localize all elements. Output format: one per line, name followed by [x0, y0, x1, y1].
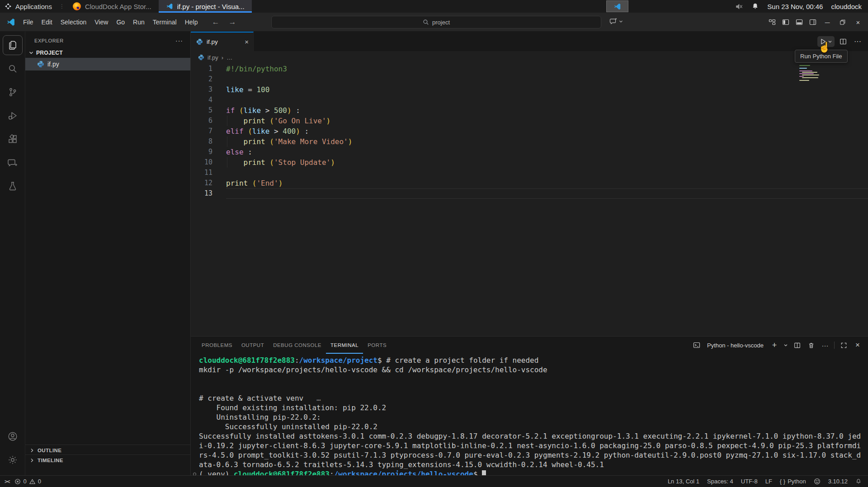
source-control-icon[interactable]	[3, 82, 23, 102]
chevron-right-icon	[29, 457, 35, 464]
status-left: >< 0 0	[0, 478, 41, 485]
search-sidebar-icon[interactable]	[3, 59, 23, 79]
terminal-icon	[693, 342, 700, 349]
editor-more-actions-icon[interactable]: ···	[852, 36, 863, 47]
file-item-ifpy[interactable]: if.py	[25, 58, 190, 70]
run-debug-icon[interactable]	[3, 106, 23, 126]
outline-section[interactable]: OUTLINE	[25, 445, 190, 455]
extensions-icon[interactable]	[3, 129, 23, 149]
chevron-down-icon[interactable]	[783, 343, 788, 347]
menu-selection[interactable]: Selection	[57, 16, 91, 28]
explorer-icon[interactable]	[3, 35, 23, 55]
tab-output[interactable]: OUTPUT	[237, 337, 269, 354]
close-panel-icon[interactable]: ×	[853, 340, 863, 350]
new-terminal-icon[interactable]: +	[769, 340, 779, 350]
menu-go[interactable]: Go	[112, 16, 129, 28]
vscode-icon	[613, 3, 621, 10]
code-line[interactable]: 11	[191, 168, 868, 178]
copilot-button[interactable]	[609, 17, 623, 25]
code-line[interactable]: 4	[191, 95, 868, 105]
python-interpreter-version[interactable]: 3.10.12	[828, 478, 848, 485]
timeline-section[interactable]: TIMELINE	[25, 454, 190, 465]
code-line[interactable]: 10 print ('Stop Update')	[191, 157, 868, 168]
taskbar-window-vscode[interactable]: if.py - project - Visua...	[159, 0, 252, 13]
menu-file[interactable]: File	[19, 16, 38, 28]
toggle-panel-icon[interactable]	[793, 16, 806, 28]
panel-more-actions-icon[interactable]: ···	[820, 340, 830, 350]
restore-button[interactable]	[835, 16, 850, 28]
account-icon[interactable]	[3, 426, 23, 446]
menu-terminal[interactable]: Terminal	[149, 16, 181, 28]
muted-volume-icon[interactable]	[735, 2, 743, 11]
applications-menu[interactable]: Applications	[0, 0, 58, 13]
problems-indicator[interactable]: 0 0	[14, 478, 41, 485]
tab-problems[interactable]: PROBLEMS	[197, 337, 237, 354]
code-editor[interactable]: 1#!/bin/python323like = 10045if (like > …	[191, 64, 868, 199]
firefox-icon	[73, 2, 81, 10]
project-folder-header[interactable]: PROJECT	[25, 48, 190, 58]
taskbar-pinned-vscode[interactable]	[606, 0, 628, 12]
code-line[interactable]: 12print ('End')	[191, 178, 868, 188]
close-button[interactable]: ×	[851, 16, 865, 28]
status-bell-icon[interactable]	[855, 478, 862, 485]
explorer-more-actions-icon[interactable]: ···	[175, 37, 183, 44]
indentation[interactable]: Spaces: 4	[707, 478, 733, 485]
tab-debug-console[interactable]: DEBUG CONSOLE	[269, 337, 326, 354]
forward-arrow-icon[interactable]: →	[228, 18, 236, 27]
code-line[interactable]: 8 print ('Make More Video')	[191, 136, 868, 147]
menu-run[interactable]: Run	[129, 16, 149, 28]
toggle-primary-sidebar-icon[interactable]	[779, 16, 792, 28]
tab-ifpy[interactable]: if.py ×	[191, 32, 254, 51]
tab-terminal[interactable]: TERMINAL	[326, 337, 363, 354]
breadcrumb-file[interactable]: if.py	[208, 54, 218, 61]
customize-layout-icon[interactable]	[766, 16, 778, 28]
split-editor-icon[interactable]	[837, 36, 849, 47]
toggle-secondary-sidebar-icon[interactable]	[807, 16, 819, 28]
breadcrumb-more[interactable]: …	[226, 54, 232, 61]
eol-sequence[interactable]: LF	[765, 478, 772, 485]
taskbar-window-clouddock-store[interactable]: CloudDock App Stor...	[66, 0, 159, 13]
maximize-panel-icon[interactable]	[839, 340, 849, 350]
code-line[interactable]: 1#!/bin/python3	[191, 64, 868, 74]
tab-ports[interactable]: PORTS	[363, 337, 391, 354]
code-line[interactable]: 3like = 100	[191, 84, 868, 95]
cursor-position[interactable]: Ln 13, Col 1	[668, 478, 699, 485]
minimize-button[interactable]: ─	[820, 16, 835, 28]
encoding[interactable]: UTF-8	[741, 478, 758, 485]
panel-toolbar: Python - hello-vscode + ···	[693, 340, 868, 350]
code-line[interactable]: 13	[191, 188, 868, 199]
terminal-line	[199, 384, 868, 393]
code-line[interactable]: 9else :	[191, 147, 868, 157]
tab-close-icon[interactable]: ×	[245, 38, 249, 46]
notification-bell-icon[interactable]	[751, 3, 759, 10]
panel-tabs: PROBLEMS OUTPUT DEBUG CONSOLE TERMINAL P…	[191, 337, 391, 354]
back-arrow-icon[interactable]: ←	[212, 18, 219, 27]
braces-icon: { }	[780, 478, 785, 485]
code-line[interactable]: 6 print ('Go On Live')	[191, 116, 868, 126]
python-file-icon	[196, 38, 203, 45]
menu-help[interactable]: Help	[181, 16, 202, 28]
terminal-line: Successfully installed asttokens-3.0.1 c…	[199, 431, 868, 441]
chat-icon[interactable]	[3, 153, 23, 173]
terminal-session-label[interactable]: Python - hello-vscode	[707, 342, 764, 349]
history-navigation: ← →	[212, 18, 236, 27]
testing-icon[interactable]	[3, 176, 23, 196]
code-line[interactable]: 2	[191, 74, 868, 84]
code-line[interactable]: 5if (like > 500) :	[191, 105, 868, 116]
code-line[interactable]: 7elif (like > 400) :	[191, 126, 868, 136]
language-mode[interactable]: { } Python	[780, 478, 806, 485]
system-clock[interactable]: Sun 23 Nov, 00:46	[767, 3, 823, 10]
system-username[interactable]: clouddock	[831, 3, 862, 10]
breadcrumb[interactable]: if.py › …	[191, 51, 868, 64]
remote-indicator-icon[interactable]: ><	[5, 478, 9, 485]
warning-count: 0	[38, 478, 41, 485]
feedback-smiley-icon[interactable]	[814, 478, 821, 485]
kill-terminal-trash-icon[interactable]	[806, 340, 816, 350]
split-terminal-icon[interactable]	[792, 340, 802, 350]
minimap[interactable]	[799, 65, 817, 83]
terminal-output[interactable]: clouddock@681f78f2e883:/workspace/projec…	[191, 354, 868, 475]
menu-view[interactable]: View	[90, 16, 112, 28]
command-center-search[interactable]: project	[271, 16, 601, 28]
menu-edit[interactable]: Edit	[38, 16, 57, 28]
settings-gear-icon[interactable]	[3, 450, 23, 470]
